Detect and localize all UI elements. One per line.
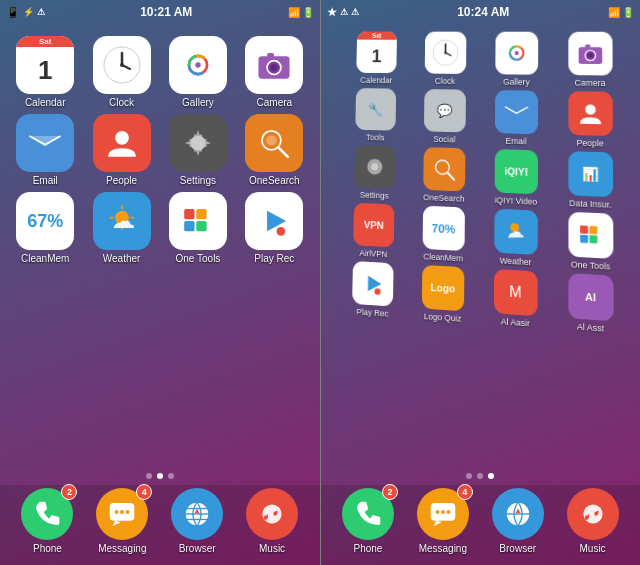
svg-rect-29	[196, 221, 206, 231]
svg-rect-27	[196, 209, 206, 219]
logoquiz-label-r: Logo Quiz	[423, 311, 461, 323]
app-aivpn-r[interactable]: VPN AirlVPN	[340, 202, 406, 260]
gallery-icon	[169, 36, 227, 94]
status-right-right-icons: 📶 🔋	[608, 7, 634, 18]
app-gallery-r[interactable]: Gallery	[482, 32, 551, 87]
dock-messaging-r[interactable]: 4 Messaging	[417, 488, 469, 554]
svg-line-60	[447, 172, 454, 179]
dock-music[interactable]: Music	[246, 488, 298, 554]
music-label-r: Music	[580, 543, 606, 554]
app-calendar-r[interactable]: Sat 1 Calendar	[344, 32, 409, 86]
app-cleanmem-r[interactable]: 70% CleanMem	[409, 205, 477, 264]
app-mcdonalds-r[interactable]: M Al Aasir	[480, 268, 550, 330]
status-right-icons: 📶 🔋	[288, 7, 314, 18]
app-camera[interactable]: Camera	[239, 36, 309, 108]
app-people-r[interactable]: People	[554, 91, 626, 149]
svg-point-61	[509, 223, 518, 233]
dock-phone-r[interactable]: 2 Phone	[342, 488, 394, 554]
app-logoquiz-r[interactable]: Logo Logo Quiz	[408, 264, 476, 325]
camera-label-r: Camera	[574, 78, 605, 88]
app-onesearch[interactable]: OneSearch	[239, 114, 309, 186]
cleanmem-icon: 67%	[16, 192, 74, 250]
app-onetools-r[interactable]: One Tools	[554, 211, 626, 272]
weather-label: Weather	[103, 253, 141, 264]
cleanmem-icon-r: 70%	[422, 206, 464, 251]
app-playrec-r[interactable]: Play Rec	[339, 260, 405, 319]
social-label-r: Social	[433, 134, 455, 144]
dock-messaging[interactable]: 4 Messaging	[96, 488, 148, 554]
svg-point-71	[446, 510, 450, 514]
onesearch-label-r: OneSearch	[423, 193, 464, 204]
dot-r1	[466, 473, 472, 479]
app-calendar[interactable]: Sat 1 Calendar	[10, 36, 80, 108]
app-iqiyi-r[interactable]: iQIYI iQIYI Video	[481, 149, 551, 208]
messaging-badge-r: 4	[457, 484, 473, 500]
app-camera-r[interactable]: Camera	[554, 32, 625, 88]
app-weather-r[interactable]: Weather	[480, 208, 550, 268]
aivpn-label-r: AirlVPN	[359, 248, 387, 259]
app-settings-r[interactable]: Settings	[341, 145, 407, 201]
people-label: People	[106, 175, 137, 186]
calendar-label: Calendar	[25, 97, 66, 108]
email-icon-r	[494, 90, 537, 134]
email-label: Email	[33, 175, 58, 186]
clock-label: Clock	[109, 97, 134, 108]
app-gallery[interactable]: Gallery	[163, 36, 233, 108]
gallery-icon-r	[495, 32, 538, 75]
battery-icon: 🔋	[302, 7, 314, 18]
datai-label-r: Data Insur.	[569, 198, 611, 209]
app-cleanmem[interactable]: 67% CleanMem	[10, 192, 80, 264]
cal-header: Sat	[16, 36, 74, 47]
app-settings[interactable]: Settings	[163, 114, 233, 186]
datai-icon-r: 📊	[567, 151, 612, 197]
dot-r3	[488, 473, 494, 479]
clock-label-r: Clock	[434, 76, 454, 85]
cal-number: 1	[38, 47, 52, 94]
svg-point-50	[514, 51, 518, 55]
app-social-r[interactable]: 💬 Social	[411, 89, 478, 145]
svg-rect-26	[184, 209, 194, 219]
app-email[interactable]: Email	[10, 114, 80, 186]
weather-icon	[93, 192, 151, 250]
phone-label-r: Phone	[353, 543, 382, 554]
svg-rect-62	[579, 225, 587, 233]
svg-rect-28	[184, 221, 194, 231]
dock-browser-r[interactable]: Browser	[492, 488, 544, 554]
dock-browser[interactable]: Browser	[171, 488, 223, 554]
svg-point-3	[120, 63, 124, 67]
left-screen: 📱 ⚡ ⚠ 10:21 AM 📶 🔋 Sat 1 Calendar	[0, 0, 320, 565]
iqiyi-icon-r: iQIYI	[494, 149, 537, 194]
app-clock[interactable]: Clock	[86, 36, 156, 108]
cal-number-r: 1	[371, 40, 381, 73]
cal-header-r: Sat	[356, 32, 396, 40]
warn-icon3: ⚠	[351, 7, 359, 17]
app-email-r[interactable]: Email	[481, 90, 550, 147]
browser-label-r: Browser	[499, 543, 536, 554]
tools-icon-r: 🔧	[355, 88, 396, 131]
usb-icon: ⚡	[23, 7, 34, 17]
svg-rect-64	[579, 235, 587, 243]
email-icon	[16, 114, 74, 172]
svg-point-9	[195, 62, 200, 67]
dock-phone[interactable]: 2 Phone	[21, 488, 73, 554]
clock-icon-r	[424, 32, 466, 74]
app-datai-r[interactable]: 📊 Data Insur.	[554, 151, 626, 211]
app-tools-r[interactable]: 🔧 Tools	[342, 88, 407, 143]
app-playrec[interactable]: Play Rec	[239, 192, 309, 264]
dock-music-r[interactable]: Music	[567, 488, 619, 554]
app-grid-left: Sat 1 Calendar Clock	[0, 28, 320, 272]
svg-point-34	[120, 510, 124, 514]
dot-2	[157, 473, 163, 479]
warn-icon2: ⚠	[340, 7, 348, 17]
svg-point-33	[115, 510, 119, 514]
app-people[interactable]: People	[86, 114, 156, 186]
calendar-icon: Sat 1	[16, 36, 74, 94]
app-clock-r[interactable]: Clock	[411, 32, 478, 87]
app-weather[interactable]: Weather	[86, 192, 156, 264]
svg-rect-63	[588, 226, 596, 234]
aiasst-label-r: Al Asst	[577, 322, 604, 334]
app-aiasst-r[interactable]: AI Al Asst	[554, 272, 627, 335]
dot-r2	[477, 473, 483, 479]
app-onesearch-r[interactable]: OneSearch	[410, 147, 478, 204]
app-onetools[interactable]: One Tools	[163, 192, 233, 264]
